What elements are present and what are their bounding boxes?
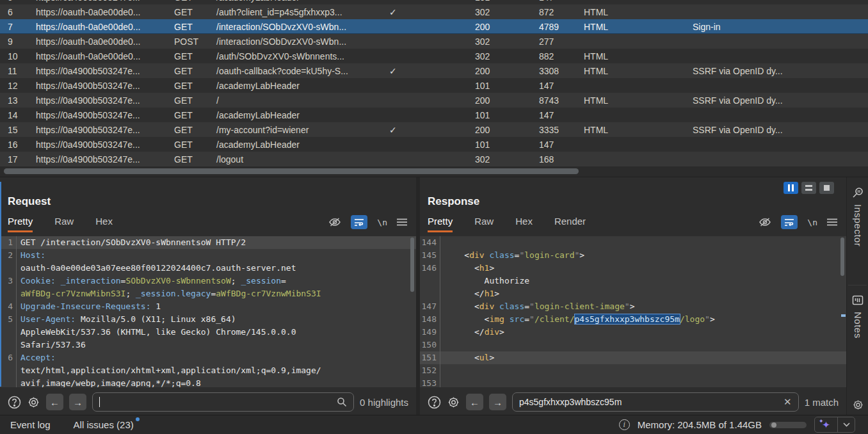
- table-row[interactable]: 15https://0a4900b503247e...GET/my-accoun…: [0, 122, 868, 137]
- cell-length: 147: [525, 140, 580, 150]
- request-toolbar: \n: [328, 214, 407, 230]
- table-row[interactable]: 11https://0a4900b503247e...GET/oauth-cal…: [0, 63, 868, 78]
- tab-inspector[interactable]: Inspector: [847, 186, 868, 246]
- code-line: AppleWebKit/537.36 (KHTML, like Gecko) C…: [0, 326, 416, 339]
- settings-gear-icon[interactable]: [852, 399, 864, 411]
- cell-title: SSRF via OpenID dy...: [686, 66, 868, 76]
- eye-off-icon[interactable]: [759, 217, 771, 227]
- cell-method: GET: [170, 140, 209, 150]
- cell-status: 101: [461, 140, 525, 150]
- cell-num: 9: [0, 36, 31, 47]
- split-horizontal-icon[interactable]: [801, 182, 816, 194]
- tab-pretty[interactable]: Pretty: [8, 216, 33, 232]
- cell-num: 5: [0, 0, 31, 3]
- tab-hex[interactable]: Hex: [95, 216, 113, 232]
- table-row[interactable]: 6https://oauth-0a0e00de0...GET/auth?clie…: [0, 4, 868, 19]
- table-row[interactable]: 12https://0a4900b503247e...GET/academyLa…: [0, 78, 868, 93]
- highlight-count: 0 highlights: [360, 397, 408, 408]
- request-editor-scrollbar[interactable]: [410, 237, 414, 292]
- cell-method: GET: [170, 110, 209, 120]
- chevron-down-icon[interactable]: [838, 422, 855, 427]
- newline-icon[interactable]: \n: [807, 218, 817, 227]
- cell-status: 101: [461, 110, 525, 120]
- code-line: </h1>: [420, 287, 846, 300]
- table-row[interactable]: 16https://0a4900b503247e...GET/academyLa…: [0, 137, 868, 152]
- table-row[interactable]: 17https://0a4900b503247e...GET/logout302…: [0, 152, 868, 166]
- table-row[interactable]: 14https://0a4900b503247e...GET/academyLa…: [0, 108, 868, 122]
- search-settings-gear-icon[interactable]: [447, 396, 460, 409]
- cell-length: 168: [525, 154, 580, 165]
- help-icon[interactable]: [8, 396, 21, 409]
- text-caret: [99, 397, 100, 407]
- memory-usage-bar: [769, 422, 807, 428]
- status-bar: Event log All issues (23) i Memory: 204.…: [0, 415, 868, 434]
- code-line: text/html,application/xhtml+xml,applicat…: [0, 364, 416, 377]
- table-row[interactable]: 7https://oauth-0a0e00de0...GET/interacti…: [0, 19, 868, 34]
- cell-length: 147: [525, 0, 580, 3]
- table-row[interactable]: 13https://0a4900b503247e...GET/2008743HT…: [0, 93, 868, 108]
- cell-url: /auth/SObDvzXV0-sWbnnents...: [209, 51, 376, 61]
- menu-icon[interactable]: [397, 218, 407, 226]
- table-row[interactable]: 10https://oauth-0a0e00de0...GET/auth/SOb…: [0, 49, 868, 63]
- event-log-tab[interactable]: Event log: [10, 419, 51, 430]
- tab-render[interactable]: Render: [554, 216, 586, 232]
- code-line: 149 </div>: [420, 326, 846, 339]
- request-search-input[interactable]: [92, 392, 354, 412]
- previous-match-button[interactable]: ←: [466, 394, 483, 410]
- cell-num: 10: [0, 51, 31, 61]
- cell-url: /academyLabHeader: [209, 110, 376, 120]
- cell-host: https://0a4900b503247e...: [31, 110, 170, 120]
- notes-icon: [851, 294, 864, 307]
- cell-method: GET: [170, 154, 209, 165]
- cell-length: 147: [525, 81, 580, 91]
- response-tabs: PrettyRawHexRender: [428, 216, 586, 232]
- tab-raw[interactable]: Raw: [54, 216, 74, 232]
- eye-off-icon[interactable]: [328, 217, 341, 227]
- response-editor[interactable]: 144145 <div class="login-card">146 <h1> …: [420, 236, 846, 387]
- cell-host: https://0a4900b503247e...: [31, 0, 170, 3]
- response-panel-title: Response: [428, 195, 479, 208]
- cell-mime: HTML: [580, 66, 686, 76]
- burp-ai-button[interactable]: ✦✦: [814, 417, 855, 433]
- match-count: 1 match: [805, 397, 839, 408]
- newline-icon[interactable]: \n: [377, 218, 387, 227]
- help-icon[interactable]: [428, 396, 441, 409]
- http-history-table[interactable]: 5https://0a4900b503247e...GET/academyLab…: [0, 0, 868, 166]
- word-wrap-icon[interactable]: [781, 215, 798, 229]
- cell-num: 15: [0, 125, 31, 135]
- menu-icon[interactable]: [827, 218, 837, 226]
- request-editor[interactable]: 1GET /interaction/SObDvzXV0-sWbnnentsoW …: [0, 236, 416, 387]
- cell-title: Sign-in: [686, 22, 868, 32]
- cell-num: 13: [0, 95, 31, 106]
- maximize-icon[interactable]: [819, 182, 834, 194]
- cell-mime: HTML: [580, 51, 686, 61]
- cell-url: /auth?client_id=p4s5gfxhxxp3...: [209, 7, 376, 17]
- response-search-input[interactable]: p4s5gfxhxxp3whbszc95m ✕: [512, 392, 799, 412]
- table-row[interactable]: 5https://0a4900b503247e...GET/academyLab…: [0, 0, 868, 4]
- response-editor-scrollbar[interactable]: [840, 237, 844, 276]
- request-tabs: PrettyRawHex: [8, 216, 113, 232]
- scrollbar-thumb[interactable]: [4, 168, 579, 174]
- code-line: 147 <div class="login-client-image">: [420, 300, 846, 313]
- next-match-button[interactable]: →: [69, 394, 86, 410]
- cell-title: SSRF via OpenID dy...: [686, 95, 868, 106]
- next-match-button[interactable]: →: [489, 394, 506, 410]
- tab-pretty[interactable]: Pretty: [428, 216, 453, 232]
- tab-hex[interactable]: Hex: [515, 216, 533, 232]
- all-issues-tab[interactable]: All issues (23): [74, 419, 134, 430]
- tab-notes[interactable]: Notes: [847, 294, 868, 339]
- cell-length: 147: [525, 110, 580, 120]
- word-wrap-icon[interactable]: [351, 215, 367, 229]
- split-vertical-icon[interactable]: [784, 182, 798, 194]
- search-settings-gear-icon[interactable]: [27, 396, 40, 409]
- previous-match-button[interactable]: ←: [46, 394, 63, 410]
- tab-raw[interactable]: Raw: [474, 216, 494, 232]
- cell-url: /my-account?id=wiener: [209, 125, 376, 135]
- table-horizontal-scrollbar[interactable]: [0, 166, 868, 177]
- cell-length: 3308: [525, 66, 580, 76]
- code-line: 145 <div class="login-card">: [420, 249, 846, 262]
- cell-title: SSRF via OpenID dy...: [686, 125, 868, 135]
- clear-search-icon[interactable]: ✕: [784, 396, 792, 408]
- table-row[interactable]: 9https://oauth-0a0e00de0...POST/interact…: [0, 34, 868, 49]
- ai-sparkles-icon[interactable]: ✦✦: [815, 417, 838, 432]
